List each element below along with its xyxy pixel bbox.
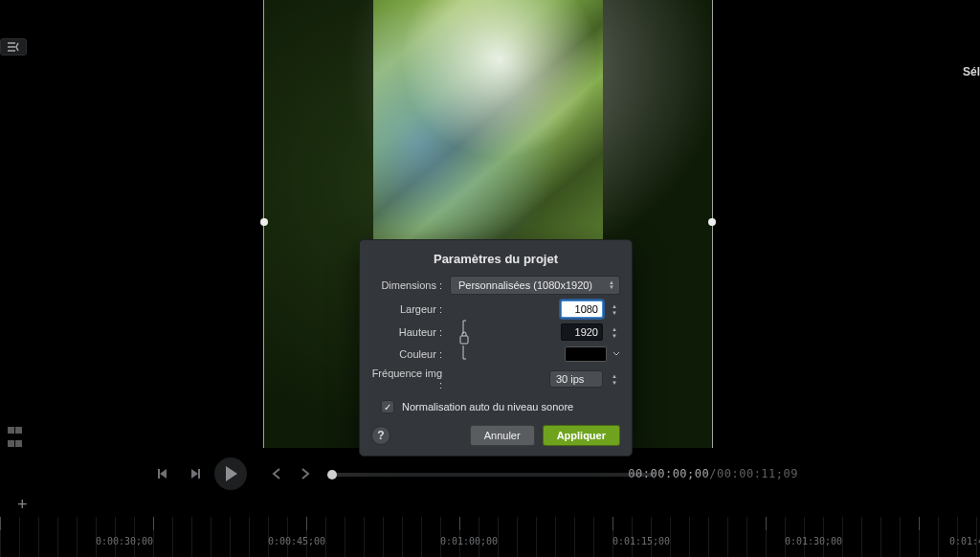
project-settings-dialog: Paramètres du projet Dimensions : Person… bbox=[359, 239, 633, 457]
width-stepper[interactable]: ▲▼ bbox=[609, 303, 620, 316]
height-label: Hauteur : bbox=[371, 326, 450, 338]
step-forward-button[interactable] bbox=[184, 463, 205, 484]
auto-normalize-checkbox[interactable]: ✓ bbox=[381, 400, 394, 413]
timecode-current: 00:00:00;00 bbox=[628, 467, 709, 480]
cancel-button[interactable]: Annuler bbox=[470, 425, 535, 446]
step-back-button[interactable] bbox=[153, 463, 174, 484]
help-button[interactable]: ? bbox=[371, 426, 390, 445]
ruler-label: 0:00:30;00 bbox=[96, 536, 153, 546]
stepper-icon: ▲▼ bbox=[607, 278, 616, 292]
timecode-total: 00:00:11;09 bbox=[717, 467, 798, 480]
right-panel-truncated-label: Sél bbox=[963, 65, 980, 78]
framerate-value: 30 ips bbox=[556, 373, 584, 385]
playhead-dot[interactable] bbox=[327, 470, 337, 479]
left-sidebar-button[interactable] bbox=[0, 38, 27, 56]
ruler-label: 0:01:00;00 bbox=[440, 536, 498, 546]
timeline-ruler[interactable]: 0:00:30;00 0:00:45;00 0:01:00;00 0:01:15… bbox=[0, 517, 980, 557]
framerate-select[interactable]: 30 ips bbox=[549, 370, 603, 388]
color-label: Couleur : bbox=[371, 348, 450, 360]
crop-handle-left[interactable] bbox=[260, 218, 268, 226]
chevron-down-icon[interactable] bbox=[612, 350, 620, 358]
height-input[interactable]: 1920 bbox=[561, 323, 603, 341]
auto-normalize-label: Normalisation auto du niveau sonore bbox=[402, 401, 573, 412]
play-button[interactable] bbox=[214, 457, 247, 490]
framerate-label: Fréquence img : bbox=[371, 368, 450, 390]
width-input[interactable]: 1080 bbox=[561, 301, 603, 318]
dialog-title: Paramètres du projet bbox=[371, 250, 620, 276]
prev-marker-button[interactable] bbox=[266, 463, 287, 484]
grid-view-icon[interactable] bbox=[8, 424, 25, 441]
svg-rect-0 bbox=[158, 469, 160, 479]
dimensions-select[interactable]: Personnalisées (1080x1920) ▲▼ bbox=[450, 276, 620, 295]
dimensions-label: Dimensions : bbox=[371, 279, 450, 291]
dimensions-value: Personnalisées (1080x1920) bbox=[458, 279, 592, 291]
crop-handle-right[interactable] bbox=[708, 218, 716, 226]
svg-rect-1 bbox=[198, 469, 200, 479]
transport-bar: 00:00:00;00/00:00:11;09 bbox=[0, 452, 980, 496]
progress-track[interactable] bbox=[331, 473, 655, 477]
ruler-label: 0:00:45;00 bbox=[268, 536, 325, 546]
framerate-stepper[interactable]: ▲▼ bbox=[609, 373, 620, 386]
apply-button[interactable]: Appliquer bbox=[543, 425, 620, 446]
timecode-display: 00:00:00;00/00:00:11;09 bbox=[628, 467, 798, 480]
next-marker-button[interactable] bbox=[295, 463, 316, 484]
add-track-button[interactable]: + bbox=[17, 495, 28, 515]
height-stepper[interactable]: ▲▼ bbox=[609, 326, 620, 339]
width-label: Largeur : bbox=[371, 303, 450, 315]
ruler-label: 0:01:15;00 bbox=[612, 536, 670, 546]
ruler-label: 0:01:30;00 bbox=[785, 536, 842, 546]
ruler-label: 0:01:4 bbox=[949, 536, 980, 546]
color-swatch[interactable] bbox=[565, 346, 607, 362]
